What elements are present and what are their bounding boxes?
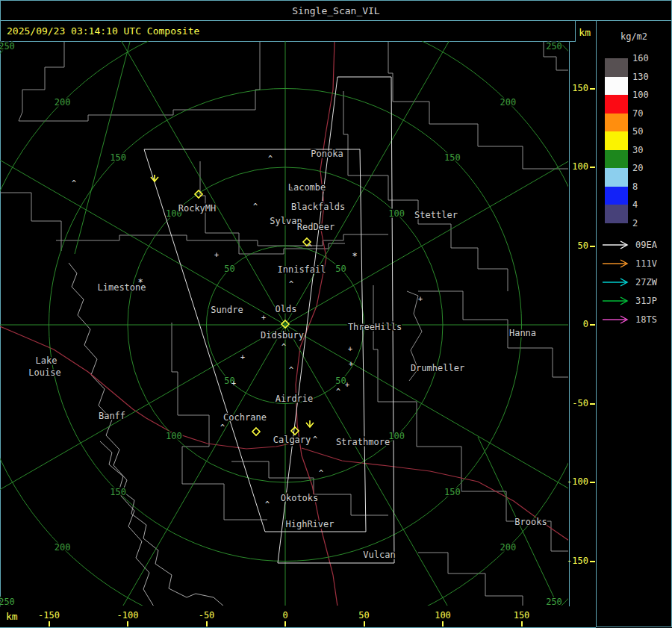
ring-distance-label: 150 — [444, 152, 461, 163]
city-label: Hanna — [509, 328, 536, 338]
county-boundary-line — [0, 193, 61, 251]
x-tick-mark — [284, 621, 286, 627]
x-tick-mark — [206, 621, 208, 627]
y-axis: km 150100500-50-100-150 — [570, 21, 595, 606]
county-boundary-line — [388, 42, 568, 169]
plus-marker: + — [418, 295, 423, 303]
ring-distance-label: 200 — [55, 97, 71, 108]
county-boundary-line — [19, 42, 64, 121]
graticule-line — [75, 42, 130, 254]
y-tick-label: -150 — [567, 556, 588, 566]
plus-marker: + — [348, 345, 352, 353]
radar-arrow-icon — [601, 314, 634, 325]
colorbar-threshold-label: 4 — [632, 199, 638, 210]
city-label: Innisfail — [277, 264, 326, 275]
ring-distance-label: 250 — [0, 597, 15, 606]
caret-marker: ^ — [268, 155, 273, 163]
x-tick-label: 100 — [420, 610, 465, 621]
scan-datetime-bar: 2025/09/23 03:14:10 UTC Composite — [0, 20, 576, 42]
ring-distance-label: 250 — [546, 597, 562, 606]
colorbar-block — [605, 77, 628, 96]
city-label: Banff — [99, 411, 125, 421]
legend-panel: kg/m2 16013010070503020842 09EA111V27ZW3… — [596, 21, 672, 627]
y-tick-label: -50 — [572, 398, 588, 408]
caret-marker: ^ — [289, 366, 293, 374]
asterisk-marker: * — [352, 251, 357, 261]
x-tick-mark — [127, 621, 128, 627]
city-label: Ponoka — [311, 149, 343, 159]
city-label: Lake — [36, 355, 57, 366]
colorbar-block — [605, 187, 628, 205]
radar-legend-row: 111V — [597, 258, 671, 269]
scan-datetime: 2025/09/23 03:14:10 UTC Composite — [7, 25, 199, 37]
ring-distance-label: 50 — [335, 264, 346, 274]
caret-marker: ^ — [220, 423, 225, 432]
ring-distance-label: 250 — [546, 41, 562, 52]
window-title: Single_Scan_VIL — [292, 5, 379, 16]
storm-diamond-marker — [252, 428, 260, 435]
colorbar-threshold-label: 130 — [632, 72, 649, 82]
city-label: RedDeer — [297, 222, 335, 232]
azimuth-spoke — [61, 41, 285, 325]
colorbar-block — [605, 58, 628, 77]
city-label: Stettler — [414, 210, 458, 220]
radar-site-id: 18TS — [635, 314, 657, 325]
city-label: Blackfalds — [291, 202, 345, 212]
city-label: Brooks — [514, 517, 547, 527]
colorbar-block — [605, 205, 628, 223]
radar-site-id: 09EA — [635, 240, 657, 250]
city-label: Olds — [276, 304, 297, 314]
ring-distance-label: 100 — [388, 431, 405, 441]
ring-distance-label: 150 — [110, 487, 126, 497]
y-tick-label: 50 — [578, 240, 588, 251]
colorbar-threshold-label: 2 — [632, 218, 638, 228]
x-tick-label: 50 — [342, 610, 387, 621]
radar-viewer-window: Single_Scan_VIL 2025/09/23 03:14:10 UTC … — [0, 0, 672, 628]
county-boundary-line — [19, 42, 260, 121]
colorbar-block — [605, 131, 628, 150]
county-boundary-line — [56, 234, 388, 246]
caret-marker: ^ — [253, 202, 258, 211]
ring-distance-label: 200 — [500, 97, 517, 108]
colorbar-threshold-label: 20 — [632, 163, 643, 173]
ring-distance-label: 150 — [444, 487, 461, 497]
plus-marker: + — [345, 381, 349, 389]
city-label: Didsbury — [261, 330, 304, 341]
window-title-bar: Single_Scan_VIL — [0, 0, 672, 21]
colorbar-threshold-label: 100 — [632, 90, 649, 100]
city-label: Airdrie — [276, 394, 314, 404]
plus-marker: + — [214, 251, 219, 259]
azimuth-spoke — [285, 325, 568, 549]
plus-marker: + — [240, 353, 245, 361]
x-tick-label: -150 — [27, 610, 72, 621]
caret-marker: ^ — [336, 388, 340, 396]
radar-legend-row: 09EA — [597, 240, 671, 250]
y-tick-label: 0 — [583, 319, 588, 329]
city-label: Drumheller — [411, 363, 464, 373]
highway-line — [0, 326, 297, 449]
mountain-divide-line — [100, 441, 224, 606]
y-tick-mark — [590, 482, 595, 483]
ring-distance-label: 150 — [110, 152, 126, 163]
radar-legend-row: 27ZW — [597, 277, 671, 287]
colorbar-threshold-label: 160 — [632, 53, 649, 63]
radar-map: 5050505010010010010015015015015020020020… — [0, 41, 568, 606]
ring-distance-label: 100 — [388, 208, 405, 219]
city-label: Sundre — [211, 305, 243, 315]
city-label: Lacombe — [288, 182, 326, 193]
y-tick-label: -100 — [567, 476, 588, 487]
plus-marker: + — [349, 360, 353, 368]
caret-marker: ^ — [72, 179, 76, 187]
county-boundary-line — [418, 553, 523, 606]
x-axis-unit: km — [6, 611, 18, 622]
city-label: Louise — [28, 367, 60, 378]
city-label: HighRiver — [285, 519, 334, 529]
colorbar-block — [605, 95, 628, 114]
ring-distance-label: 250 — [0, 41, 15, 52]
colorbar-unit-label: kg/m2 — [597, 31, 671, 42]
y-tick-mark — [590, 561, 595, 562]
city-label: Okotoks — [281, 493, 319, 503]
city-label: Strathmore — [336, 437, 390, 447]
colorbar-block — [605, 150, 628, 169]
radar-arrow-icon — [601, 240, 634, 250]
